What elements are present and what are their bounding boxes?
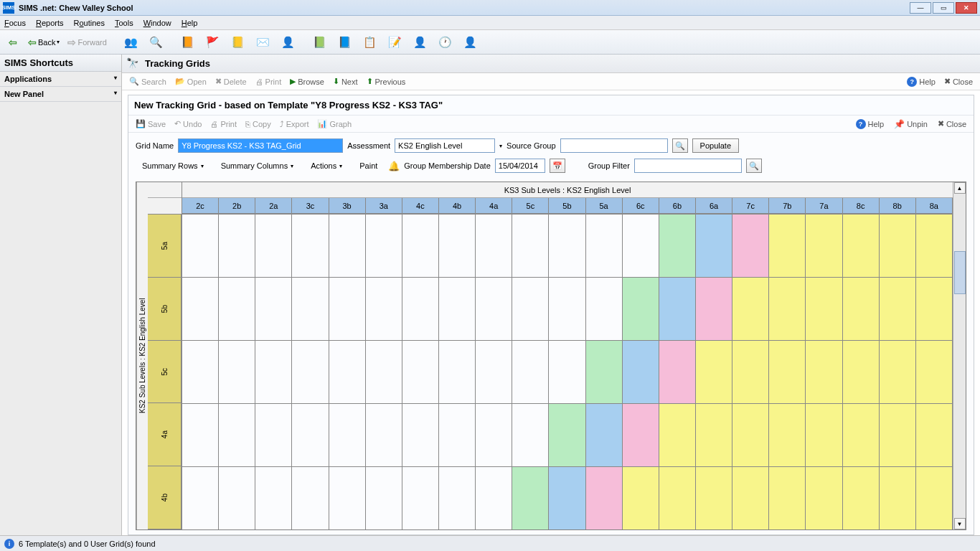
- col-header[interactable]: 7c: [732, 198, 769, 213]
- row-header[interactable]: 4a: [148, 402, 182, 466]
- grid-cell[interactable]: [623, 215, 659, 277]
- grid-cell[interactable]: [402, 341, 439, 403]
- col-header[interactable]: 7b: [769, 198, 806, 213]
- col-header[interactable]: 4c: [402, 198, 439, 213]
- grid-cell[interactable]: [916, 467, 953, 529]
- paint-button[interactable]: Paint: [353, 159, 384, 173]
- scroll-up-button[interactable]: ▲: [954, 182, 966, 194]
- grid-cell[interactable]: [549, 215, 585, 277]
- back-button[interactable]: ⇦Back▾: [25, 32, 62, 52]
- toolbar-icon-13[interactable]: 🕐: [434, 32, 457, 52]
- panel-previous-button[interactable]: ⬆Previous: [364, 74, 409, 90]
- grid-cell[interactable]: [476, 467, 512, 529]
- toolbar-icon-1[interactable]: 👥: [120, 32, 143, 52]
- col-header[interactable]: 8c: [843, 198, 880, 213]
- toolbar-icon-6[interactable]: ✉️: [252, 32, 275, 52]
- grid-cell[interactable]: [623, 341, 659, 403]
- grid-cell[interactable]: [586, 467, 623, 529]
- maximize-button[interactable]: ▭: [933, 2, 954, 14]
- grid-cell[interactable]: [586, 278, 623, 340]
- doc-export-button[interactable]: ⤴Export: [277, 116, 312, 132]
- panel-search-button[interactable]: 🔍Search: [126, 74, 169, 90]
- panel-browse-button[interactable]: ▶Browse: [287, 74, 327, 90]
- summary-rows-dropdown[interactable]: Summary Rows▾: [136, 159, 210, 173]
- grid-cell[interactable]: [806, 278, 842, 340]
- grid-cell[interactable]: [732, 404, 769, 466]
- grid-cell[interactable]: [476, 404, 512, 466]
- grid-cell[interactable]: [292, 278, 329, 340]
- grid-cell[interactable]: [329, 467, 366, 529]
- grid-cell[interactable]: [623, 278, 659, 340]
- toolbar-icon-4[interactable]: 🚩: [202, 32, 225, 52]
- grid-cell[interactable]: [402, 467, 439, 529]
- grid-cell[interactable]: [732, 278, 769, 340]
- panel-print-button[interactable]: 🖨Print: [253, 74, 285, 90]
- grid-cell[interactable]: [512, 404, 549, 466]
- grid-cell[interactable]: [732, 215, 769, 277]
- grid-vertical-scrollbar[interactable]: ▲ ▼: [953, 182, 966, 529]
- grid-cell[interactable]: [366, 278, 402, 340]
- grid-cell[interactable]: [255, 341, 292, 403]
- scroll-down-button[interactable]: ▼: [954, 518, 966, 529]
- grid-cell[interactable]: [916, 215, 953, 277]
- grid-cell[interactable]: [366, 215, 402, 277]
- grid-cell[interactable]: [182, 341, 219, 403]
- grid-cell[interactable]: [255, 467, 292, 529]
- grid-cell[interactable]: [659, 467, 696, 529]
- grid-cell[interactable]: [512, 278, 549, 340]
- grid-cell[interactable]: [549, 341, 585, 403]
- col-header[interactable]: 2b: [219, 198, 255, 213]
- menu-routines[interactable]: Routines: [74, 19, 105, 27]
- grid-cell[interactable]: [659, 404, 696, 466]
- grid-cell[interactable]: [219, 341, 255, 403]
- grid-cell[interactable]: [476, 278, 512, 340]
- grid-cell[interactable]: [219, 215, 255, 277]
- group-filter-search-button[interactable]: 🔍: [746, 159, 762, 173]
- gridname-input[interactable]: [178, 138, 343, 153]
- grid-cell[interactable]: [292, 467, 329, 529]
- col-header[interactable]: 5c: [512, 198, 549, 213]
- membership-date-input[interactable]: [495, 159, 545, 173]
- grid-cell[interactable]: [769, 467, 806, 529]
- grid-cell[interactable]: [292, 404, 329, 466]
- row-header[interactable]: 5c: [148, 340, 182, 403]
- panel-help-button[interactable]: ?Help: [904, 74, 938, 90]
- summary-cols-dropdown[interactable]: Summary Columns▾: [215, 159, 301, 173]
- menu-help[interactable]: Help: [182, 19, 198, 27]
- col-header[interactable]: 2c: [182, 198, 219, 213]
- grid-cell[interactable]: [659, 215, 696, 277]
- assessment-input[interactable]: [395, 138, 495, 153]
- col-header[interactable]: 4b: [439, 198, 476, 213]
- grid-cell[interactable]: [439, 215, 476, 277]
- col-header[interactable]: 6c: [623, 198, 659, 213]
- menu-focus[interactable]: Focus: [4, 19, 26, 27]
- grid-cell[interactable]: [182, 215, 219, 277]
- toolbar-icon-10[interactable]: 📋: [359, 32, 382, 52]
- grid-cell[interactable]: [769, 278, 806, 340]
- grid-cell[interactable]: [769, 341, 806, 403]
- assessment-dropdown-icon[interactable]: ▾: [499, 143, 502, 149]
- grid-cell[interactable]: [402, 215, 439, 277]
- grid-cell[interactable]: [880, 341, 916, 403]
- grid-cell[interactable]: [880, 215, 916, 277]
- toolbar-icon-3[interactable]: 📙: [176, 32, 199, 52]
- grid-cell[interactable]: [329, 278, 366, 340]
- grid-cell[interactable]: [292, 215, 329, 277]
- col-header[interactable]: 5a: [586, 198, 623, 213]
- grid-cell[interactable]: [806, 215, 842, 277]
- grid-cell[interactable]: [880, 278, 916, 340]
- doc-save-button[interactable]: 💾Save: [133, 116, 169, 132]
- row-header[interactable]: 5b: [148, 277, 182, 340]
- grid-cell[interactable]: [366, 467, 402, 529]
- grid-cell[interactable]: [586, 215, 623, 277]
- col-header[interactable]: 8a: [916, 198, 953, 213]
- grid-cell[interactable]: [329, 404, 366, 466]
- grid-cell[interactable]: [806, 467, 842, 529]
- grid-cell[interactable]: [880, 404, 916, 466]
- grid-cell[interactable]: [732, 341, 769, 403]
- grid-cell[interactable]: [439, 467, 476, 529]
- col-header[interactable]: 4a: [476, 198, 512, 213]
- grid-cell[interactable]: [255, 215, 292, 277]
- grid-cell[interactable]: [586, 341, 623, 403]
- doc-close-button[interactable]: ✖Close: [935, 116, 969, 132]
